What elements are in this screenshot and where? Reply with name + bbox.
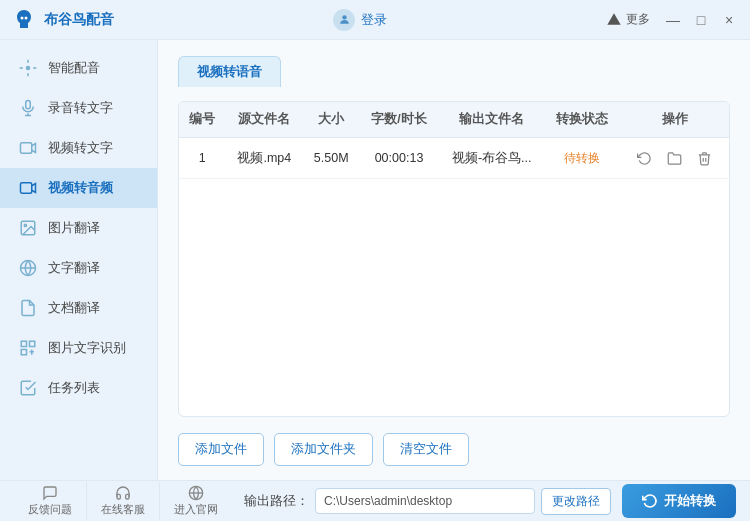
sidebar-item-label: 图片翻译 bbox=[48, 219, 100, 237]
sidebar-item-audio-to-text[interactable]: 录音转文字 bbox=[0, 88, 157, 128]
bottom-nav: 反馈问题 在线客服 进入官网 bbox=[14, 482, 232, 520]
output-path-label: 输出路径： bbox=[244, 493, 309, 510]
online-support-nav-item[interactable]: 在线客服 bbox=[87, 482, 160, 520]
image-translate-icon bbox=[18, 218, 38, 238]
user-avatar bbox=[333, 9, 355, 31]
cell-source: 视频.mp4 bbox=[226, 138, 303, 179]
sidebar-item-label: 视频转文字 bbox=[48, 139, 113, 157]
login-label[interactable]: 登录 bbox=[361, 11, 387, 29]
delete-icon[interactable] bbox=[694, 147, 716, 169]
minimize-button[interactable]: — bbox=[664, 11, 682, 29]
cell-status: 待转换 bbox=[545, 138, 620, 179]
bottombar: 反馈问题 在线客服 进入官网 输出路径： 更改路径 开始转换 bbox=[0, 480, 750, 521]
start-icon bbox=[642, 493, 658, 509]
online-support-label: 在线客服 bbox=[101, 503, 145, 517]
window-controls: — □ × bbox=[664, 11, 738, 29]
main-layout: 智能配音 录音转文字 视频转文字 视频转音频 图片翻译 bbox=[0, 40, 750, 480]
col-source: 源文件名 bbox=[226, 102, 303, 138]
text-translate-icon bbox=[18, 258, 38, 278]
sidebar-item-label: 智能配音 bbox=[48, 59, 100, 77]
svg-point-1 bbox=[25, 16, 28, 19]
svg-point-0 bbox=[21, 16, 24, 19]
cell-size: 5.50M bbox=[303, 138, 359, 179]
app-logo-icon bbox=[12, 8, 36, 32]
svg-point-2 bbox=[342, 15, 346, 19]
col-size: 大小 bbox=[303, 102, 359, 138]
col-actions: 操作 bbox=[620, 102, 729, 138]
feedback-nav-item[interactable]: 反馈问题 bbox=[14, 482, 87, 520]
doc-translate-icon bbox=[18, 298, 38, 318]
sidebar-item-label: 文档翻译 bbox=[48, 299, 100, 317]
cell-output: 视频-布谷鸟... bbox=[439, 138, 545, 179]
sidebar-item-video-to-text[interactable]: 视频转文字 bbox=[0, 128, 157, 168]
start-btn-label: 开始转换 bbox=[664, 492, 716, 510]
feedback-icon bbox=[42, 485, 58, 501]
output-path-input[interactable] bbox=[315, 488, 535, 514]
cell-id: 1 bbox=[179, 138, 226, 179]
sidebar-item-label: 文字翻译 bbox=[48, 259, 100, 277]
col-duration: 字数/时长 bbox=[359, 102, 438, 138]
sidebar-item-doc-translate[interactable]: 文档翻译 bbox=[0, 288, 157, 328]
task-list-icon bbox=[18, 378, 38, 398]
more-label: 更多 bbox=[626, 11, 650, 28]
file-action-buttons: 添加文件 添加文件夹 清空文件 bbox=[178, 433, 730, 466]
support-icon bbox=[115, 485, 131, 501]
sidebar-item-smart-dubbing[interactable]: 智能配音 bbox=[0, 48, 157, 88]
col-id: 编号 bbox=[179, 102, 226, 138]
app-branding: 布谷鸟配音 bbox=[12, 8, 114, 32]
sidebar-item-video-to-audio[interactable]: 视频转音频 bbox=[0, 168, 157, 208]
tab-video-to-audio[interactable]: 视频转语音 bbox=[178, 56, 281, 87]
retry-icon[interactable] bbox=[634, 147, 656, 169]
browser-nav-item[interactable]: 进入官网 bbox=[160, 482, 232, 520]
smart-dubbing-icon bbox=[18, 58, 38, 78]
sidebar-item-label: 任务列表 bbox=[48, 379, 100, 397]
browser-icon bbox=[188, 485, 204, 501]
maximize-button[interactable]: □ bbox=[692, 11, 710, 29]
col-status: 转换状态 bbox=[545, 102, 620, 138]
titlebar-right: 更多 — □ × bbox=[606, 11, 738, 29]
sidebar-item-image-translate[interactable]: 图片翻译 bbox=[0, 208, 157, 248]
col-output: 输出文件名 bbox=[439, 102, 545, 138]
svg-point-3 bbox=[26, 66, 31, 71]
more-button[interactable]: 更多 bbox=[606, 11, 650, 28]
cell-duration: 00:00:13 bbox=[359, 138, 438, 179]
svg-rect-4 bbox=[26, 101, 31, 109]
table-row: 1 视频.mp4 5.50M 00:00:13 视频-布谷鸟... 待转换 bbox=[179, 138, 729, 179]
login-section[interactable]: 登录 bbox=[333, 9, 387, 31]
content-area: 视频转语音 编号 源文件名 大小 字数/时长 输出文件名 转换状态 操作 bbox=[158, 40, 750, 480]
svg-rect-12 bbox=[21, 350, 26, 355]
svg-rect-6 bbox=[21, 183, 32, 194]
tab-bar: 视频转语音 bbox=[178, 56, 730, 87]
app-title: 布谷鸟配音 bbox=[44, 11, 114, 29]
svg-point-8 bbox=[24, 224, 26, 226]
video-to-audio-icon bbox=[18, 178, 38, 198]
start-convert-button[interactable]: 开始转换 bbox=[622, 484, 736, 518]
add-file-button[interactable]: 添加文件 bbox=[178, 433, 264, 466]
sidebar-item-label: 视频转音频 bbox=[48, 179, 113, 197]
video-to-text-icon bbox=[18, 138, 38, 158]
sidebar-item-task-list[interactable]: 任务列表 bbox=[0, 368, 157, 408]
add-folder-button[interactable]: 添加文件夹 bbox=[274, 433, 373, 466]
close-button[interactable]: × bbox=[720, 11, 738, 29]
svg-rect-11 bbox=[30, 341, 35, 346]
audio-to-text-icon bbox=[18, 98, 38, 118]
file-table: 编号 源文件名 大小 字数/时长 输出文件名 转换状态 操作 1 视频.mp4 … bbox=[179, 102, 729, 179]
sidebar-item-text-translate[interactable]: 文字翻译 bbox=[0, 248, 157, 288]
browser-label: 进入官网 bbox=[174, 503, 218, 517]
feedback-label: 反馈问题 bbox=[28, 503, 72, 517]
clear-files-button[interactable]: 清空文件 bbox=[383, 433, 469, 466]
sidebar-item-label: 图片文字识别 bbox=[48, 339, 126, 357]
svg-rect-5 bbox=[21, 143, 32, 154]
sidebar: 智能配音 录音转文字 视频转文字 视频转音频 图片翻译 bbox=[0, 40, 158, 480]
sidebar-item-label: 录音转文字 bbox=[48, 99, 113, 117]
file-table-wrap: 编号 源文件名 大小 字数/时长 输出文件名 转换状态 操作 1 视频.mp4 … bbox=[178, 101, 730, 417]
titlebar: 布谷鸟配音 登录 更多 — □ × bbox=[0, 0, 750, 40]
cell-actions bbox=[620, 138, 729, 179]
ocr-icon bbox=[18, 338, 38, 358]
folder-icon[interactable] bbox=[664, 147, 686, 169]
change-path-button[interactable]: 更改路径 bbox=[541, 488, 611, 515]
sidebar-item-ocr[interactable]: 图片文字识别 bbox=[0, 328, 157, 368]
output-path-section: 输出路径： 更改路径 bbox=[244, 488, 622, 515]
svg-rect-10 bbox=[21, 341, 26, 346]
